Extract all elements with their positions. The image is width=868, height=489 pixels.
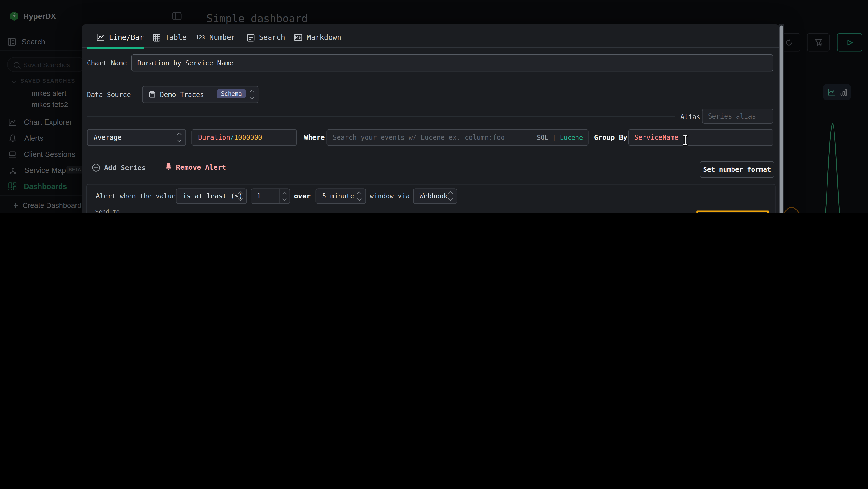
add-webhook-highlight: Add New Webhook [696,210,769,213]
table-icon [153,33,161,41]
chart-name-label: Chart Name [87,59,127,67]
select-chevrons-icon [358,192,361,200]
window-via-label: window via [370,192,410,200]
where-search-wrap: SQL | Lucene [327,129,589,146]
remove-alert-button[interactable]: Remove Alert [165,163,226,171]
pipe-divider: | [552,134,556,141]
modal-scrollbar[interactable] [779,24,784,213]
group-by-input[interactable] [628,129,774,146]
where-label: Where [304,133,324,141]
edit-chart-modal: Line/Bar Table 123 Number Search Markdow… [82,24,779,213]
line-chart-icon [96,33,104,41]
section-divider [87,116,675,117]
alias-label: Alias [680,113,701,121]
comparator-value: is at least (≥) [183,192,243,200]
data-source-select[interactable]: Demo Traces Schema [142,86,258,103]
active-tab-indicator [87,47,144,49]
window-value: 5 minute [322,192,354,200]
tab-label: Line/Bar [109,33,144,41]
set-number-format-button[interactable]: Set number format [700,161,774,178]
group-by-label: Group By [594,133,627,141]
text-cursor [682,135,689,146]
tab-line-bar[interactable]: Line/Bar [96,33,144,41]
select-chevrons-icon [449,192,452,200]
query-language-toggle[interactable]: SQL | Lucene [537,134,583,141]
alias-input[interactable] [702,109,773,123]
schema-badge: Schema [217,89,246,98]
channel-value: Webhook [420,192,447,200]
tab-table[interactable]: Table [153,33,187,41]
threshold-value: 1 [257,192,261,200]
app-root: Simple dashboard 0 Tags ⋮ [0,0,868,213]
select-chevrons-icon [239,192,242,200]
add-series-label: Add Series [104,164,146,172]
alert-bell-icon [165,163,172,171]
alert-prefix-label: Alert when the value [96,192,176,200]
tab-label: Number [209,33,235,41]
data-source-label: Data Source [87,91,131,99]
search-doc-icon [247,33,255,41]
tab-search[interactable]: Search [247,33,285,41]
alert-window-select[interactable]: 5 minute [316,189,366,204]
alert-channel-select[interactable]: Webhook [413,189,457,204]
tab-label: Markdown [307,33,341,41]
add-new-webhook-button[interactable]: Add New Webhook [698,212,767,213]
expression-number: 1000000 [234,134,262,141]
select-chevrons-icon [178,133,181,141]
database-icon [149,91,156,98]
tab-label: Table [165,33,187,41]
alert-comparator-select[interactable]: is at least (≥) [176,189,247,204]
scrollbar-thumb[interactable] [779,26,783,213]
expression-operator: / [230,134,235,141]
send-to-label: Send to [95,208,120,213]
aggregation-select[interactable]: Average [87,129,186,146]
select-chevrons-icon [250,90,254,98]
remove-alert-label: Remove Alert [176,163,226,171]
number-stepper[interactable] [279,189,289,203]
chart-name-input[interactable] [131,54,773,71]
circle-plus-icon [92,164,100,172]
tab-number[interactable]: 123 Number [196,33,236,41]
tab-label: Search [259,33,285,41]
add-series-button[interactable]: Add Series [92,164,146,172]
sql-option[interactable]: SQL [537,134,549,141]
lucene-option[interactable]: Lucene [560,134,583,141]
set-number-format-label: Set number format [703,166,771,173]
markdown-icon [294,34,302,41]
chart-type-tabs: Line/Bar Table 123 Number Search Markdow… [82,30,779,48]
number-123-icon: 123 [196,34,205,40]
tab-markdown[interactable]: Markdown [294,33,341,41]
expression-field: Duration [198,134,230,141]
over-label: over [294,192,311,200]
data-source-value: Demo Traces [160,90,204,98]
aggregation-value: Average [94,134,122,141]
expression-input[interactable]: Duration/1000000 [191,129,297,146]
alert-threshold-input[interactable]: 1 [251,189,290,204]
